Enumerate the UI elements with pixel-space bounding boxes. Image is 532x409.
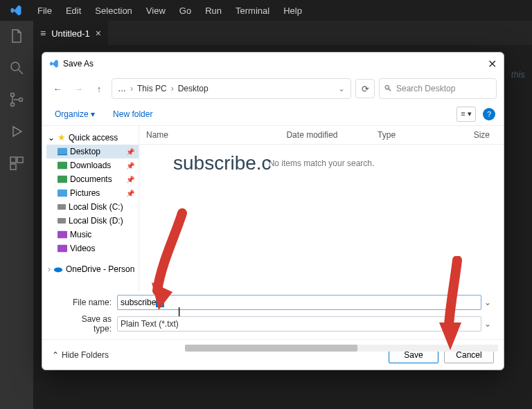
help-button[interactable]: ? <box>483 108 495 120</box>
filename-prefix: subscribe <box>121 298 156 307</box>
nav-up-button[interactable]: ↑ <box>91 80 107 97</box>
search-placeholder: Search Desktop <box>396 84 455 93</box>
chevron-down-icon: ⌄ <box>48 133 55 143</box>
chevron-right-icon: › <box>48 264 51 274</box>
tree-music[interactable]: Music <box>46 228 139 242</box>
tree-pictures[interactable]: Pictures 📌 <box>46 186 139 200</box>
saveastype-label: Save as type: <box>62 314 117 334</box>
col-name[interactable]: Name <box>146 130 286 140</box>
filename-label: File name: <box>62 298 117 307</box>
dialog-footer: ⌃ Hide Folders Save Cancel <box>42 339 504 370</box>
tree-item-label: Downloads <box>70 161 111 170</box>
chevron-right-icon: › <box>171 84 174 93</box>
tree-disk-c[interactable]: Local Disk (C:) <box>46 200 139 214</box>
svg-rect-9 <box>57 154 67 156</box>
menu-file[interactable]: File <box>32 6 57 16</box>
svg-rect-13 <box>57 204 66 210</box>
pin-icon: 📌 <box>126 190 137 197</box>
refresh-button[interactable]: ⟳ <box>355 79 375 98</box>
tab-bar: ≡ Untitled-1 × <box>33 21 532 45</box>
onedrive-root[interactable]: › OneDrive - Person <box>46 262 139 276</box>
star-icon: ★ <box>57 132 66 143</box>
svg-point-4 <box>19 98 23 102</box>
breadcrumb-desktop: Desktop <box>178 84 209 93</box>
tree-item-label: Desktop <box>70 147 100 156</box>
saveastype-dropdown-button[interactable]: ⌄ <box>481 319 494 329</box>
disk-icon <box>57 217 66 225</box>
filename-selection: .c <box>156 298 163 307</box>
search-icon[interactable] <box>8 60 25 76</box>
tree-item-label: Local Disk (D:) <box>69 216 123 226</box>
svg-rect-16 <box>57 245 67 253</box>
horizontal-scrollbar[interactable] <box>185 345 498 352</box>
quick-access-root[interactable]: ⌄ ★ Quick access <box>46 130 139 145</box>
filename-dropdown-button[interactable]: ⌄ <box>481 298 494 307</box>
col-size[interactable]: Size <box>447 130 497 140</box>
menu-run[interactable]: Run <box>200 6 227 16</box>
vscode-logo-icon <box>10 4 22 17</box>
tree-disk-d[interactable]: Local Disk (D:) <box>46 214 139 228</box>
filename-input[interactable]: subscribe.c <box>117 295 481 310</box>
dialog-body: ⌄ ★ Quick access Desktop 📌 Downloads 📌 D… <box>42 126 504 291</box>
menu-help[interactable]: Help <box>278 6 308 16</box>
extensions-icon[interactable] <box>8 155 25 172</box>
tab-untitled[interactable]: ≡ Untitled-1 × <box>33 21 108 45</box>
breadcrumb[interactable]: … › This PC › Desktop ⌄ <box>112 78 351 99</box>
tab-title: Untitled-1 <box>51 28 90 39</box>
organize-menu[interactable]: Organize ▾ <box>51 107 99 122</box>
documents-folder-icon <box>57 175 67 183</box>
col-date[interactable]: Date modified <box>286 130 378 140</box>
dialog-toolbar: Organize ▾ New folder ≡ ▾ ? <box>42 102 504 126</box>
view-mode-button[interactable]: ≡ ▾ <box>456 107 476 122</box>
tree-item-label: Pictures <box>70 188 100 198</box>
menu-go[interactable]: Go <box>174 6 197 16</box>
svg-point-2 <box>11 93 15 97</box>
downloads-folder-icon <box>57 161 67 170</box>
svg-rect-6 <box>17 157 23 163</box>
svg-line-1 <box>19 70 23 74</box>
dialog-title: Save As <box>63 59 94 69</box>
breadcrumb-prefix: … <box>118 84 126 93</box>
onedrive-icon <box>53 265 63 273</box>
nav-forward-button[interactable]: → <box>70 80 87 97</box>
tree-videos[interactable]: Videos <box>46 242 139 255</box>
file-list-header: Name Date modified Type Size <box>139 126 504 145</box>
tab-menu-icon: ≡ <box>40 28 46 39</box>
tree-item-label: OneDrive - Person <box>66 264 134 274</box>
source-control-icon[interactable] <box>8 91 25 108</box>
new-folder-button[interactable]: New folder <box>109 107 157 122</box>
save-as-dialog: Save As ✕ ← → ↑ … › This PC › Desktop ⌄ … <box>42 52 504 370</box>
tree-desktop[interactable]: Desktop 📌 <box>46 145 139 158</box>
menu-view[interactable]: View <box>141 6 171 16</box>
svg-rect-7 <box>10 164 16 170</box>
run-debug-icon[interactable] <box>8 123 25 140</box>
disk-icon <box>57 203 66 211</box>
menu-selection[interactable]: Selection <box>89 6 137 16</box>
breadcrumb-this-pc: This PC <box>137 84 167 93</box>
explorer-icon[interactable] <box>8 28 25 44</box>
menu-terminal[interactable]: Terminal <box>230 6 275 16</box>
tree-downloads[interactable]: Downloads 📌 <box>46 158 139 172</box>
saveastype-select[interactable]: Plain Text (*.txt) <box>117 316 481 331</box>
editor-hint-text: this <box>511 69 525 80</box>
tree-item-label: Music <box>70 230 91 239</box>
hide-folders-toggle[interactable]: ⌃ Hide Folders <box>52 350 109 360</box>
col-type[interactable]: Type <box>378 130 447 140</box>
svg-rect-8 <box>57 148 67 154</box>
nav-back-button[interactable]: ← <box>49 80 66 97</box>
folder-tree: ⌄ ★ Quick access Desktop 📌 Downloads 📌 D… <box>42 126 139 291</box>
menu-edit[interactable]: Edit <box>60 6 87 16</box>
vscode-menu-bar: File Edit Selection View Go Run Terminal… <box>0 0 532 21</box>
scroll-thumb[interactable] <box>185 345 357 352</box>
tab-close-icon[interactable]: × <box>96 28 101 39</box>
hide-folders-label: Hide Folders <box>62 350 109 360</box>
tree-item-label: Local Disk (C:) <box>69 202 123 212</box>
svg-point-17 <box>54 267 62 272</box>
pin-icon: 📌 <box>126 148 137 156</box>
dialog-close-button[interactable]: ✕ <box>488 57 497 71</box>
tree-documents[interactable]: Documents 📌 <box>46 172 139 186</box>
pin-icon: 📌 <box>126 176 137 183</box>
dialog-titlebar: Save As ✕ <box>42 53 504 75</box>
search-input[interactable]: 🔍︎ Search Desktop <box>379 78 497 99</box>
chevron-down-icon[interactable]: ⌄ <box>338 84 345 93</box>
